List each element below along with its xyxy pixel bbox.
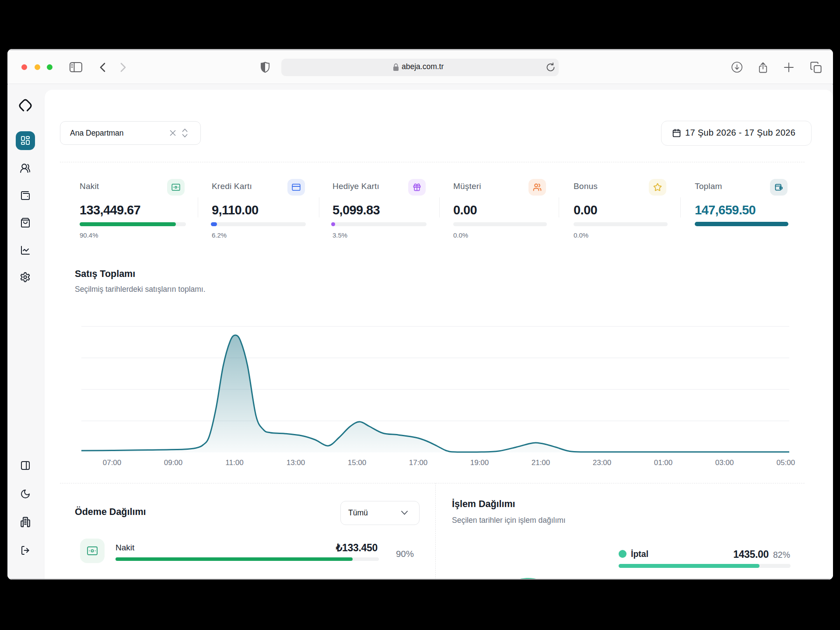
svg-text:01:00: 01:00 [654,458,673,467]
svg-text:15:00: 15:00 [348,458,367,467]
svg-text:05:00: 05:00 [777,458,795,467]
svg-text:19:00: 19:00 [470,458,489,467]
svg-text:09:00: 09:00 [164,458,183,467]
svg-text:21:00: 21:00 [532,458,550,467]
svg-text:23:00: 23:00 [593,458,612,467]
svg-text:17:00: 17:00 [409,458,428,467]
svg-text:07:00: 07:00 [103,458,122,467]
svg-text:13:00: 13:00 [287,458,305,467]
svg-text:03:00: 03:00 [715,458,734,467]
svg-text:11:00: 11:00 [225,458,243,467]
